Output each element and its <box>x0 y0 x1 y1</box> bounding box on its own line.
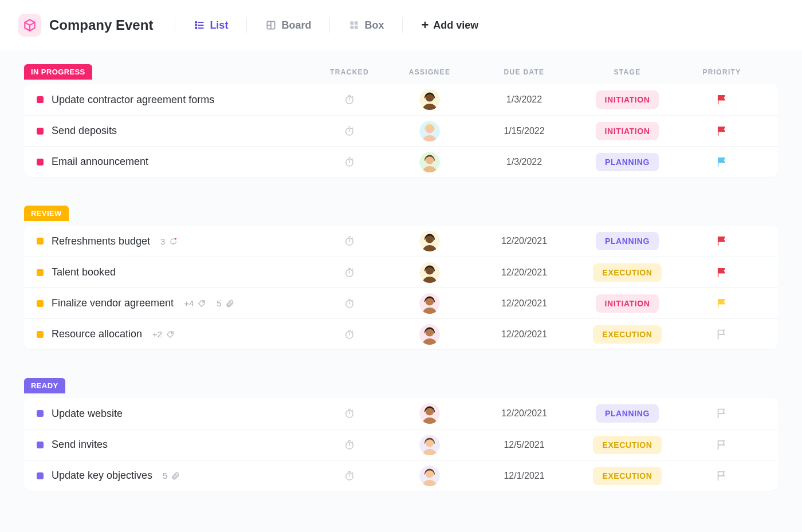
timer-icon <box>344 125 355 137</box>
assignee-cell[interactable] <box>384 152 475 172</box>
section-review: REVIEWRefreshments budget3 12/20/2021PLA… <box>24 206 778 349</box>
assignee-cell[interactable] <box>384 435 475 455</box>
svg-point-29 <box>203 301 204 302</box>
assignee-cell[interactable] <box>384 121 475 141</box>
task-title: Resource allocation <box>52 328 142 340</box>
flag-icon <box>715 93 728 106</box>
stage-cell[interactable]: INITIATION <box>573 294 682 313</box>
priority-cell[interactable] <box>682 439 762 451</box>
flag-icon <box>715 407 728 420</box>
tags-badge[interactable]: +2 <box>152 329 175 339</box>
stage-cell[interactable]: INITIATION <box>573 90 682 109</box>
task-title: Talent booked <box>52 266 116 278</box>
priority-cell[interactable] <box>682 93 762 106</box>
task-title: Finalize vendor agreement <box>52 297 174 309</box>
due-date-cell[interactable]: 12/5/2021 <box>475 440 573 450</box>
svg-rect-12 <box>355 26 358 29</box>
status-pill[interactable]: IN PROGRESS <box>24 64 92 80</box>
stage-cell[interactable]: EXECUTION <box>573 325 682 344</box>
due-date-cell[interactable]: 12/20/2021 <box>475 408 573 419</box>
due-date-cell[interactable]: 1/3/2022 <box>475 157 573 167</box>
stage-cell[interactable]: PLANNING <box>573 153 682 171</box>
tracked-cell[interactable] <box>315 408 384 419</box>
task-row[interactable]: Refreshments budget3 12/20/2021PLANNING <box>24 226 778 257</box>
timer-icon <box>344 408 355 419</box>
tracked-cell[interactable] <box>315 298 384 309</box>
priority-cell[interactable] <box>682 235 762 247</box>
priority-cell[interactable] <box>682 328 762 341</box>
view-box[interactable]: Box <box>343 15 390 36</box>
stage-cell[interactable]: EXECUTION <box>573 436 682 454</box>
tracked-cell[interactable] <box>315 94 384 105</box>
task-row[interactable]: Finalize vendor agreement+45 12/20/2021I… <box>24 287 778 318</box>
avatar <box>419 324 440 345</box>
section-header: IN PROGRESSTRACKEDASSIGNEEDUE DATESTAGEP… <box>24 64 778 80</box>
project-header: Company Event <box>18 14 153 37</box>
flag-icon <box>715 125 728 137</box>
view-board[interactable]: Board <box>260 15 317 36</box>
tracked-cell[interactable] <box>315 156 384 168</box>
task-row[interactable]: Send deposits 1/15/2022INITIATION <box>24 115 778 146</box>
attachments-badge[interactable]: 5 <box>217 298 234 308</box>
assignee-cell[interactable] <box>384 231 475 251</box>
svg-point-4 <box>195 27 196 29</box>
priority-cell[interactable] <box>682 125 762 137</box>
col-head-stage: STAGE <box>573 68 682 76</box>
attachments-badge[interactable]: 5 <box>163 471 180 480</box>
tracked-cell[interactable] <box>315 439 384 451</box>
task-card: Update contractor agreement forms 1/3/20… <box>24 84 778 177</box>
svg-rect-11 <box>351 26 354 29</box>
view-list[interactable]: List <box>188 15 234 36</box>
assignee-cell[interactable] <box>384 262 475 283</box>
stage-cell[interactable]: EXECUTION <box>573 467 682 485</box>
tracked-cell[interactable] <box>315 329 384 340</box>
tracked-cell[interactable] <box>315 125 384 137</box>
stage-pill: PLANNING <box>596 404 659 423</box>
view-box-label: Box <box>364 19 384 31</box>
add-view-label: Add view <box>433 19 478 31</box>
due-date-cell[interactable]: 12/20/2021 <box>475 298 573 309</box>
tracked-cell[interactable] <box>315 470 384 482</box>
stage-cell[interactable]: PLANNING <box>573 232 682 250</box>
stage-cell[interactable]: PLANNING <box>573 404 682 423</box>
stage-cell[interactable]: EXECUTION <box>573 263 682 282</box>
avatar <box>419 89 440 110</box>
task-row[interactable]: Update contractor agreement forms 1/3/20… <box>24 84 778 115</box>
due-date-cell[interactable]: 12/20/2021 <box>475 267 573 278</box>
assignee-cell[interactable] <box>384 293 475 314</box>
assignee-cell[interactable] <box>384 466 475 486</box>
priority-cell[interactable] <box>682 470 762 482</box>
task-row[interactable]: Resource allocation+2 12/20/2021EXECUTIO… <box>24 318 778 349</box>
tracked-cell[interactable] <box>315 267 384 278</box>
priority-cell[interactable] <box>682 407 762 420</box>
flag-icon <box>715 266 728 279</box>
stage-pill: INITIATION <box>596 90 659 109</box>
task-row[interactable]: Update website 12/20/2021PLANNING <box>24 398 778 429</box>
due-date-cell[interactable]: 1/3/2022 <box>475 94 573 105</box>
task-row[interactable]: Update key objectives5 12/1/2021EXECUTIO… <box>24 460 778 491</box>
assignee-cell[interactable] <box>384 324 475 345</box>
assignee-cell[interactable] <box>384 403 475 424</box>
due-date-cell[interactable]: 12/20/2021 <box>475 329 573 340</box>
tracked-cell[interactable] <box>315 235 384 247</box>
section-ready: READYUpdate website 12/20/2021PLANNING S… <box>24 378 778 491</box>
status-pill[interactable]: READY <box>24 378 65 393</box>
assignee-cell[interactable] <box>384 89 475 110</box>
priority-cell[interactable] <box>682 297 762 310</box>
task-title: Update website <box>52 408 123 420</box>
tags-badge[interactable]: +4 <box>184 298 206 308</box>
due-date-cell[interactable]: 1/15/2022 <box>475 126 573 136</box>
comments-badge[interactable]: 3 <box>160 237 178 246</box>
task-row[interactable]: Send invites 12/5/2021EXECUTION <box>24 429 778 460</box>
timer-icon <box>344 156 355 168</box>
task-row[interactable]: Talent booked 12/20/2021EXECUTION <box>24 257 778 287</box>
task-row[interactable]: Email announcement 1/3/2022PLANNING <box>24 146 778 177</box>
due-date-cell[interactable]: 12/20/2021 <box>475 236 573 246</box>
stage-cell[interactable]: INITIATION <box>573 122 682 140</box>
stage-pill: EXECUTION <box>593 263 661 282</box>
priority-cell[interactable] <box>682 156 762 168</box>
due-date-cell[interactable]: 12/1/2021 <box>475 471 573 481</box>
priority-cell[interactable] <box>682 266 762 279</box>
status-pill[interactable]: REVIEW <box>24 206 69 221</box>
add-view-button[interactable]: + Add view <box>415 15 484 36</box>
